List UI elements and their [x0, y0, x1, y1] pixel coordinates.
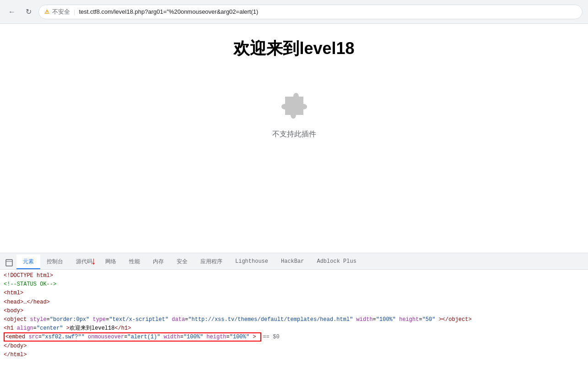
- tab-console[interactable]: 控制台: [40, 255, 70, 269]
- url-text: test.ctf8.com/level18.php?arg01="%20onmo…: [79, 8, 258, 15]
- reload-button[interactable]: ↻: [22, 5, 35, 18]
- address-bar[interactable]: ⚠ 不安全 | test.ctf8.com/level18.php?arg01=…: [38, 5, 583, 19]
- tab-sources[interactable]: 源代码: [70, 255, 99, 269]
- devtools-code-wrapper: <!DOCTYPE html> <!--STATUS OK--> <html> …: [0, 270, 588, 361]
- tab-memory[interactable]: 内存: [146, 255, 170, 269]
- code-line-3: <html>: [4, 289, 584, 298]
- separator: |: [74, 8, 75, 15]
- code-line-6: <object style="border:0px" type="text/x-…: [4, 315, 584, 324]
- security-warning-icon: ⚠: [44, 9, 49, 15]
- page-title: 欢迎来到level18: [233, 38, 354, 60]
- tab-performance[interactable]: 性能: [123, 255, 146, 269]
- tab-lighthouse[interactable]: Lighthouse: [229, 255, 275, 269]
- code-line-9: </body>: [4, 342, 584, 351]
- code-line-4: <head>…</head>: [4, 298, 584, 307]
- devtools-code-content: <!DOCTYPE html> <!--STATUS OK--> <html> …: [0, 270, 588, 361]
- tab-application[interactable]: 应用程序: [194, 255, 229, 269]
- code-line-2: <!--STATUS OK-->: [4, 280, 584, 289]
- tab-adblock[interactable]: Adblock Plus: [310, 255, 362, 269]
- tab-hackbar[interactable]: HackBar: [275, 255, 310, 269]
- plugin-area: 不支持此插件: [272, 87, 316, 139]
- browser-toolbar: ← ↻ ⚠ 不安全 | test.ctf8.com/level18.php?ar…: [0, 0, 588, 24]
- tab-network[interactable]: 网络: [99, 255, 123, 269]
- code-line-10: </html>: [4, 351, 584, 359]
- devtools-inspect-icon[interactable]: [4, 256, 15, 269]
- plugin-icon: [276, 87, 313, 124]
- code-line-7: <h1 align="center" >欢迎来到level18</h1>: [4, 324, 584, 333]
- security-label: 不安全: [52, 8, 70, 16]
- tab-security[interactable]: 安全: [170, 255, 194, 269]
- code-line-8: <embed src="xsf02.swf?"" onmouseover="al…: [4, 333, 584, 342]
- tab-elements[interactable]: 元素: [16, 255, 40, 269]
- code-line-1: <!DOCTYPE html>: [4, 271, 584, 280]
- code-line-5: <body>: [4, 307, 584, 315]
- dollar-sign: == $0: [263, 334, 280, 340]
- svg-rect-0: [6, 260, 12, 266]
- plugin-not-supported-text: 不支持此插件: [272, 130, 316, 139]
- back-button[interactable]: ←: [5, 5, 18, 18]
- devtools-tabs: 元素 控制台 源代码 网络 性能 内存 安全 应用程序 Lighthouse H…: [0, 253, 588, 270]
- page-content: 欢迎来到level18 不支持此插件: [0, 24, 588, 255]
- devtools-panel: 元素 控制台 源代码 网络 性能 内存 安全 应用程序 Lighthouse H…: [0, 253, 588, 380]
